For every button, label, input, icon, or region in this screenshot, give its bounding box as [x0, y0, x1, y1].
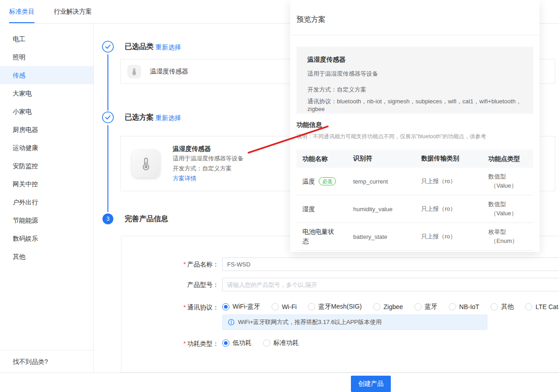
dp-data-type: 数值型（Value） — [488, 200, 533, 218]
required-mark: * — [184, 304, 186, 311]
power-option-standard[interactable]: 标准功耗 — [263, 339, 299, 347]
preview-title: 预览方案 — [297, 15, 326, 24]
dp-data-type: 枚举型（Enum） — [488, 227, 533, 246]
radio-selected-icon[interactable] — [222, 303, 229, 310]
product-model-label: 产品型号： — [165, 281, 219, 289]
footer-divider — [0, 373, 559, 373]
protocol-option-nbiot[interactable]: NB-IoT — [449, 303, 479, 310]
sidebar-item-kitchen-appliance[interactable]: 厨房电器 — [0, 121, 93, 139]
radio-icon[interactable] — [449, 303, 456, 310]
function-info-title: 功能信息 — [297, 121, 322, 129]
step2-reselect-link[interactable]: 重新选择 — [156, 114, 181, 122]
sidebar-item-electrical[interactable]: 电工 — [0, 30, 93, 48]
tab-industry-solution[interactable]: 行业解决方案 — [53, 0, 92, 23]
step2-check-icon — [102, 111, 114, 123]
sidebar-item-digital-entertainment[interactable]: 数码娱乐 — [0, 229, 93, 247]
power-type-label: *功耗类型： — [165, 340, 219, 348]
preview-summary-box: 温湿度传感器 适用于温湿度传感器等设备 开发方式：自定义方案 通讯协议：blue… — [297, 47, 533, 114]
preview-solution-name: 温湿度传感器 — [307, 56, 522, 64]
dp-transfer-type: 只上报（ro） — [421, 205, 488, 213]
info-icon — [228, 319, 234, 325]
step1-reselect-link[interactable]: 重新选择 — [156, 44, 181, 52]
sidebar-item-outdoor-travel[interactable]: 户外出行 — [0, 193, 93, 211]
preview-protocols: 通讯协议：bluetooth，nb-iot，sigmesh，subpieces，… — [307, 97, 522, 112]
dp-identifier: temp_current — [353, 178, 421, 185]
step2-title: 已选方案 — [125, 113, 154, 122]
protocol-option-ble-mesh[interactable]: 蓝牙Mesh(SIG) — [308, 303, 362, 311]
sidebar-item-large-appliance[interactable]: 大家电 — [0, 84, 93, 102]
step3-title: 完善产品信息 — [125, 214, 168, 224]
dp-identifier: humidity_value — [353, 206, 421, 213]
function-info-note: 说明：不同通讯能力可能支持功能点不同，仅展示"bluetooth"的功能点，供参… — [297, 133, 486, 140]
power-type-radio-group: 低功耗 标准功耗 — [222, 339, 299, 347]
sidebar-item-other[interactable]: 其他 — [0, 247, 93, 266]
protocol-option-wifi[interactable]: Wi-Fi — [272, 303, 297, 310]
sidebar-item-security-monitor[interactable]: 安防监控 — [0, 157, 93, 175]
solution-dev-mode: 开发方式：自定义方案 — [173, 164, 243, 174]
solution-name: 温湿度传感器 — [173, 144, 243, 154]
dp-name: 湿度 — [302, 204, 315, 214]
category-list: 电工 照明 传感 大家电 小家电 厨房电器 运动健康 安防监控 网关中控 户外出… — [0, 24, 93, 266]
sidebar-item-small-appliance[interactable]: 小家电 — [0, 102, 93, 121]
radio-icon[interactable] — [373, 303, 380, 310]
create-product-button[interactable]: 创建产品 — [351, 376, 391, 392]
cannot-find-category-link[interactable]: 找不到品类? — [0, 350, 93, 373]
preview-divider — [290, 35, 540, 35]
protocol-option-other[interactable]: 其他 — [491, 303, 514, 311]
protocol-radio-group: WiFi-蓝牙 Wi-Fi 蓝牙Mesh(SIG) Zigbee 蓝牙 NB-I… — [222, 303, 559, 311]
step1-check-icon — [102, 41, 114, 53]
sidebar-item-lighting[interactable]: 照明 — [0, 48, 93, 66]
dp-identifier: battery_state — [353, 233, 421, 240]
function-table: 功能名称 识别符 数据传输类别 功能点类型 温度必选 temp_current … — [297, 150, 533, 251]
table-row-humidity: 湿度 humidity_value 只上报（ro） 数值型（Value） — [297, 195, 533, 223]
protocol-hint-text: WiFi+蓝牙联网方式，推荐搭配3.17.6以上APP版本使用 — [238, 318, 382, 326]
radio-icon[interactable] — [308, 303, 315, 310]
radio-icon[interactable] — [525, 303, 532, 310]
thermometer-icon-large — [132, 150, 160, 178]
sidebar-item-energy[interactable]: 节能能源 — [0, 211, 93, 229]
radio-icon[interactable] — [263, 339, 270, 347]
radio-selected-icon[interactable] — [222, 339, 229, 347]
required-mark: * — [184, 340, 186, 347]
preview-solution-desc: 适用于温湿度传感器等设备 — [307, 70, 522, 78]
preview-dev-mode: 开发方式：自定义方案 — [307, 86, 522, 94]
protocol-hint-banner: WiFi+蓝牙联网方式，推荐搭配3.17.6以上APP版本使用 — [222, 315, 487, 330]
solution-preview-panel: 预览方案 温湿度传感器 适用于温湿度传感器等设备 开发方式：自定义方案 通讯协议… — [290, 0, 540, 252]
radio-icon[interactable] — [414, 303, 422, 310]
power-option-low[interactable]: 低功耗 — [222, 339, 252, 347]
step-connector-1 — [107, 54, 108, 111]
solution-info: 温湿度传感器 适用于温湿度传感器等设备 开发方式：自定义方案 方案详情 — [173, 144, 243, 184]
dp-name: 温度 — [302, 177, 315, 186]
tab-standard-category[interactable]: 标准类目 — [9, 0, 34, 23]
dp-transfer-type: 只上报（ro） — [421, 177, 488, 185]
solution-detail-link[interactable]: 方案详情 — [173, 174, 243, 184]
thermometer-icon — [127, 65, 141, 78]
sidebar-item-sensor[interactable]: 传感 — [0, 66, 93, 84]
protocol-option-zigbee[interactable]: Zigbee — [373, 303, 403, 310]
function-table-header: 功能名称 识别符 数据传输类别 功能点类型 — [297, 150, 533, 168]
table-row-temperature: 温度必选 temp_current 只上报（ro） 数值型（Value） — [297, 168, 533, 195]
sidebar-item-gateway[interactable]: 网关中控 — [0, 175, 93, 193]
product-name-label: *产品名称： — [165, 261, 219, 269]
table-row-battery: 电池电量状态 battery_state 只上报（ro） 枚举型（Enum） — [297, 223, 533, 251]
category-sidebar: 电工 照明 传感 大家电 小家电 厨房电器 运动健康 安防监控 网关中控 户外出… — [0, 24, 94, 373]
selected-category-name: 温湿度传感器 — [150, 68, 188, 76]
protocol-option-ble[interactable]: 蓝牙 — [414, 303, 437, 311]
step-connector-2 — [107, 125, 108, 212]
radio-icon[interactable] — [491, 303, 498, 310]
radio-icon[interactable] — [272, 303, 279, 310]
step1-title: 已选品类 — [125, 42, 154, 52]
required-badge: 必选 — [319, 177, 336, 185]
dp-name: 电池电量状态 — [302, 227, 340, 246]
product-model-input[interactable] — [222, 278, 559, 291]
product-name-input[interactable] — [222, 257, 559, 271]
solution-desc: 适用于温湿度传感器等设备 — [173, 154, 243, 164]
protocol-option-wifi-ble[interactable]: WiFi-蓝牙 — [222, 303, 260, 311]
protocol-option-lte-cat1[interactable]: LTE Cat.1 — [525, 303, 559, 310]
dp-transfer-type: 只上报（ro） — [421, 232, 488, 241]
required-mark: * — [184, 261, 186, 268]
dp-data-type: 数值型（Value） — [488, 172, 533, 190]
sidebar-item-sport-health[interactable]: 运动健康 — [0, 139, 93, 157]
step3-number-badge: 3 — [102, 213, 113, 224]
protocol-label: *通讯协议： — [165, 304, 219, 312]
